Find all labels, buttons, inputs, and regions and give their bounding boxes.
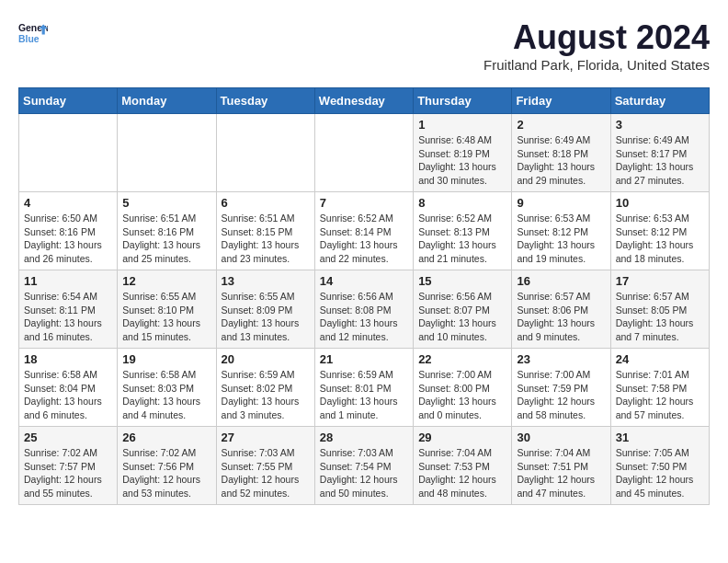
day-number: 15 xyxy=(418,274,506,288)
day-number: 17 xyxy=(616,274,704,288)
calendar-week-4: 18Sunrise: 6:58 AMSunset: 8:04 PMDayligh… xyxy=(19,349,710,427)
day-info: Sunrise: 7:04 AMSunset: 7:53 PMDaylight:… xyxy=(418,446,506,500)
day-info: Sunrise: 6:58 AMSunset: 8:04 PMDaylight:… xyxy=(24,368,112,422)
calendar-cell: 12Sunrise: 6:55 AMSunset: 8:10 PMDayligh… xyxy=(118,270,216,349)
calendar-cell: 28Sunrise: 7:03 AMSunset: 7:54 PMDayligh… xyxy=(314,427,413,505)
day-number: 22 xyxy=(418,352,506,366)
day-number: 12 xyxy=(122,274,210,288)
calendar-cell: 24Sunrise: 7:01 AMSunset: 7:58 PMDayligh… xyxy=(610,349,709,427)
calendar-cell: 1Sunrise: 6:48 AMSunset: 8:19 PMDaylight… xyxy=(414,114,512,192)
calendar-cell: 10Sunrise: 6:53 AMSunset: 8:12 PMDayligh… xyxy=(610,192,709,270)
day-info: Sunrise: 6:49 AMSunset: 8:17 PMDaylight:… xyxy=(616,133,704,188)
day-info: Sunrise: 6:53 AMSunset: 8:12 PMDaylight:… xyxy=(517,212,605,266)
day-number: 1 xyxy=(418,118,506,132)
day-info: Sunrise: 6:48 AMSunset: 8:19 PMDaylight:… xyxy=(418,133,506,188)
day-info: Sunrise: 6:55 AMSunset: 8:10 PMDaylight:… xyxy=(122,290,210,344)
day-number: 16 xyxy=(517,274,605,288)
day-info: Sunrise: 6:52 AMSunset: 8:14 PMDaylight:… xyxy=(320,212,408,266)
day-info: Sunrise: 6:58 AMSunset: 8:03 PMDaylight:… xyxy=(122,368,210,422)
day-number: 6 xyxy=(222,196,310,210)
calendar-cell: 21Sunrise: 6:59 AMSunset: 8:01 PMDayligh… xyxy=(314,349,413,427)
calendar-cell: 17Sunrise: 6:57 AMSunset: 8:05 PMDayligh… xyxy=(610,270,709,349)
calendar-week-1: 1Sunrise: 6:48 AMSunset: 8:19 PMDaylight… xyxy=(19,114,710,192)
title-block: August 2024 Fruitland Park, Florida, Uni… xyxy=(483,18,710,73)
day-info: Sunrise: 7:00 AMSunset: 8:00 PMDaylight:… xyxy=(418,368,506,422)
page-header: General Blue August 2024 Fruitland Park,… xyxy=(18,18,710,73)
day-number: 10 xyxy=(616,196,704,210)
day-info: Sunrise: 7:02 AMSunset: 7:57 PMDaylight:… xyxy=(24,446,112,500)
calendar-cell: 3Sunrise: 6:49 AMSunset: 8:17 PMDaylight… xyxy=(610,114,709,192)
day-number: 25 xyxy=(24,431,112,444)
day-number: 14 xyxy=(320,274,408,288)
day-number: 11 xyxy=(24,274,112,288)
day-info: Sunrise: 6:53 AMSunset: 8:12 PMDaylight:… xyxy=(616,212,704,266)
day-number: 19 xyxy=(122,352,210,366)
day-number: 20 xyxy=(222,352,310,366)
day-number: 13 xyxy=(222,274,310,288)
day-info: Sunrise: 6:54 AMSunset: 8:11 PMDaylight:… xyxy=(24,290,112,344)
day-info: Sunrise: 6:50 AMSunset: 8:16 PMDaylight:… xyxy=(24,212,112,266)
day-info: Sunrise: 6:56 AMSunset: 8:07 PMDaylight:… xyxy=(418,290,506,344)
calendar-cell: 4Sunrise: 6:50 AMSunset: 8:16 PMDaylight… xyxy=(19,192,118,270)
logo-icon: General Blue xyxy=(18,18,48,48)
weekday-header-saturday: Saturday xyxy=(610,88,709,114)
day-number: 29 xyxy=(418,431,506,444)
day-number: 18 xyxy=(24,352,112,366)
calendar-cell xyxy=(216,114,314,192)
weekday-header-thursday: Thursday xyxy=(414,88,512,114)
day-info: Sunrise: 7:03 AMSunset: 7:54 PMDaylight:… xyxy=(320,446,408,500)
calendar-cell: 14Sunrise: 6:56 AMSunset: 8:08 PMDayligh… xyxy=(314,270,413,349)
calendar-table: SundayMondayTuesdayWednesdayThursdayFrid… xyxy=(18,87,710,505)
calendar-cell: 5Sunrise: 6:51 AMSunset: 8:16 PMDaylight… xyxy=(118,192,216,270)
day-info: Sunrise: 6:49 AMSunset: 8:18 PMDaylight:… xyxy=(517,133,605,188)
calendar-cell: 31Sunrise: 7:05 AMSunset: 7:50 PMDayligh… xyxy=(610,427,709,505)
calendar-cell: 9Sunrise: 6:53 AMSunset: 8:12 PMDaylight… xyxy=(512,192,610,270)
page-title: August 2024 xyxy=(483,18,710,57)
page-subtitle: Fruitland Park, Florida, United States xyxy=(483,57,710,73)
day-number: 30 xyxy=(517,431,605,444)
day-info: Sunrise: 6:56 AMSunset: 8:08 PMDaylight:… xyxy=(320,290,408,344)
weekday-header-wednesday: Wednesday xyxy=(314,88,413,114)
day-number: 9 xyxy=(517,196,605,210)
day-info: Sunrise: 6:57 AMSunset: 8:05 PMDaylight:… xyxy=(616,290,704,344)
day-number: 27 xyxy=(222,431,310,444)
weekday-header-sunday: Sunday xyxy=(19,88,118,114)
day-info: Sunrise: 6:51 AMSunset: 8:16 PMDaylight:… xyxy=(122,212,210,266)
calendar-cell: 18Sunrise: 6:58 AMSunset: 8:04 PMDayligh… xyxy=(19,349,118,427)
day-number: 31 xyxy=(616,431,704,444)
calendar-week-5: 25Sunrise: 7:02 AMSunset: 7:57 PMDayligh… xyxy=(19,427,710,505)
calendar-cell: 25Sunrise: 7:02 AMSunset: 7:57 PMDayligh… xyxy=(19,427,118,505)
day-number: 7 xyxy=(320,196,408,210)
calendar-cell: 19Sunrise: 6:58 AMSunset: 8:03 PMDayligh… xyxy=(118,349,216,427)
calendar-cell: 29Sunrise: 7:04 AMSunset: 7:53 PMDayligh… xyxy=(414,427,512,505)
day-info: Sunrise: 6:55 AMSunset: 8:09 PMDaylight:… xyxy=(222,290,310,344)
calendar-cell: 7Sunrise: 6:52 AMSunset: 8:14 PMDaylight… xyxy=(314,192,413,270)
day-info: Sunrise: 6:52 AMSunset: 8:13 PMDaylight:… xyxy=(418,212,506,266)
day-number: 3 xyxy=(616,118,704,132)
weekday-header-monday: Monday xyxy=(118,88,216,114)
weekday-header-row: SundayMondayTuesdayWednesdayThursdayFrid… xyxy=(19,88,710,114)
svg-text:Blue: Blue xyxy=(18,34,40,44)
calendar-cell: 15Sunrise: 6:56 AMSunset: 8:07 PMDayligh… xyxy=(414,270,512,349)
day-info: Sunrise: 6:51 AMSunset: 8:15 PMDaylight:… xyxy=(222,212,310,266)
day-number: 5 xyxy=(122,196,210,210)
logo: General Blue xyxy=(18,18,48,48)
day-number: 2 xyxy=(517,118,605,132)
calendar-cell: 23Sunrise: 7:00 AMSunset: 7:59 PMDayligh… xyxy=(512,349,610,427)
calendar-cell xyxy=(19,114,118,192)
day-number: 28 xyxy=(320,431,408,444)
calendar-cell: 20Sunrise: 6:59 AMSunset: 8:02 PMDayligh… xyxy=(216,349,314,427)
day-info: Sunrise: 7:05 AMSunset: 7:50 PMDaylight:… xyxy=(616,446,704,500)
day-number: 26 xyxy=(122,431,210,444)
day-info: Sunrise: 7:04 AMSunset: 7:51 PMDaylight:… xyxy=(517,446,605,500)
calendar-cell: 11Sunrise: 6:54 AMSunset: 8:11 PMDayligh… xyxy=(19,270,118,349)
weekday-header-tuesday: Tuesday xyxy=(216,88,314,114)
day-number: 24 xyxy=(616,352,704,366)
calendar-week-3: 11Sunrise: 6:54 AMSunset: 8:11 PMDayligh… xyxy=(19,270,710,349)
day-info: Sunrise: 7:02 AMSunset: 7:56 PMDaylight:… xyxy=(122,446,210,500)
day-info: Sunrise: 7:03 AMSunset: 7:55 PMDaylight:… xyxy=(222,446,310,500)
calendar-cell: 2Sunrise: 6:49 AMSunset: 8:18 PMDaylight… xyxy=(512,114,610,192)
calendar-cell: 30Sunrise: 7:04 AMSunset: 7:51 PMDayligh… xyxy=(512,427,610,505)
day-number: 4 xyxy=(24,196,112,210)
calendar-cell: 13Sunrise: 6:55 AMSunset: 8:09 PMDayligh… xyxy=(216,270,314,349)
